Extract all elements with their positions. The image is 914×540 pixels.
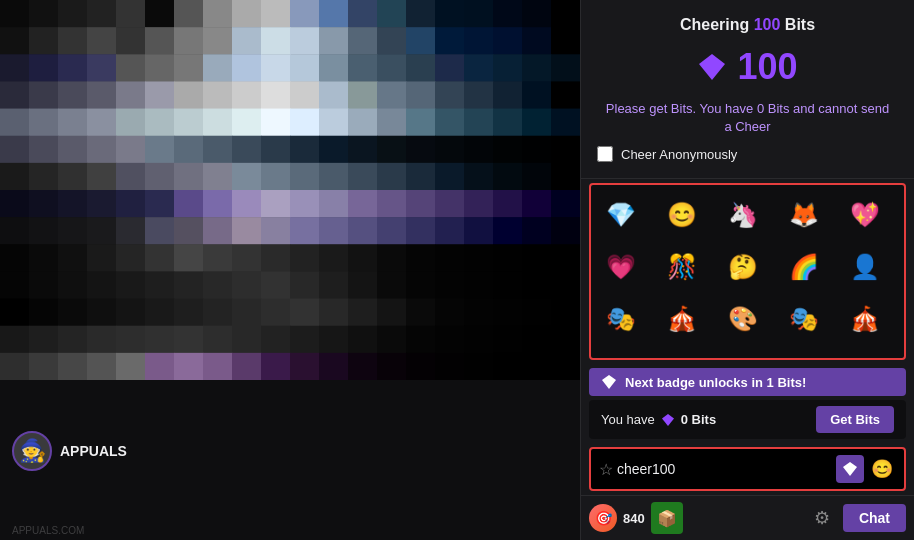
svg-rect-263 — [87, 353, 117, 380]
svg-rect-207 — [203, 271, 233, 299]
chat-input-row[interactable]: ☆ 😊 — [589, 447, 906, 491]
svg-rect-248 — [232, 326, 262, 354]
anonymous-label[interactable]: Cheer Anonymously — [621, 147, 737, 162]
svg-rect-131 — [319, 163, 349, 191]
svg-rect-169 — [261, 217, 291, 245]
svg-rect-173 — [377, 217, 407, 245]
svg-rect-26 — [174, 27, 204, 55]
bits-zero-amount: 0 Bits — [681, 412, 716, 427]
chat-input[interactable] — [617, 461, 832, 477]
svg-rect-8 — [232, 0, 262, 28]
channel-points-button[interactable]: 📦 — [651, 502, 683, 534]
svg-rect-19 — [551, 0, 580, 28]
svg-rect-116 — [464, 136, 494, 164]
emote-cell[interactable]: 🤔 — [719, 243, 767, 291]
svg-rect-149 — [261, 190, 291, 218]
svg-rect-256 — [464, 326, 494, 354]
svg-rect-202 — [58, 271, 88, 299]
svg-rect-161 — [29, 217, 59, 245]
anonymous-checkbox[interactable] — [597, 146, 613, 162]
svg-rect-159 — [551, 190, 580, 218]
svg-rect-241 — [29, 326, 59, 354]
svg-rect-64 — [116, 81, 146, 109]
svg-rect-65 — [145, 81, 175, 109]
anonymous-check[interactable]: Cheer Anonymously — [597, 146, 898, 162]
emoji-button[interactable]: 😊 — [868, 455, 896, 483]
svg-rect-269 — [261, 353, 291, 380]
svg-rect-148 — [232, 190, 262, 218]
emote-cell[interactable]: 🎊 — [658, 243, 706, 291]
emote-cell[interactable]: 🎪 — [658, 295, 706, 343]
svg-rect-102 — [58, 136, 88, 164]
svg-rect-189 — [261, 244, 291, 272]
svg-rect-12 — [348, 0, 378, 28]
svg-rect-136 — [464, 163, 494, 191]
svg-rect-218 — [522, 271, 552, 299]
svg-rect-3 — [87, 0, 117, 28]
svg-rect-155 — [435, 190, 465, 218]
svg-rect-76 — [464, 81, 494, 109]
svg-rect-246 — [174, 326, 204, 354]
emote-cell[interactable]: 💖 — [841, 191, 889, 239]
svg-rect-230 — [290, 299, 320, 327]
svg-rect-120 — [0, 163, 30, 191]
svg-rect-35 — [435, 27, 465, 55]
svg-rect-196 — [464, 244, 494, 272]
svg-rect-221 — [29, 299, 59, 327]
svg-rect-139 — [551, 163, 580, 191]
emote-cell[interactable]: 🦊 — [780, 191, 828, 239]
bits-badge-icon[interactable]: 🎯 — [589, 504, 617, 532]
svg-rect-53 — [377, 54, 407, 82]
emote-cell[interactable]: 🎭 — [597, 295, 645, 343]
svg-rect-90 — [290, 109, 320, 137]
svg-rect-1 — [29, 0, 59, 28]
svg-rect-238 — [522, 299, 552, 327]
svg-rect-175 — [435, 217, 465, 245]
bits-badge-emoji: 🎯 — [595, 510, 612, 526]
svg-rect-232 — [348, 299, 378, 327]
svg-rect-62 — [58, 81, 88, 109]
svg-rect-178 — [522, 217, 552, 245]
svg-rect-166 — [174, 217, 204, 245]
svg-rect-54 — [406, 54, 436, 82]
svg-rect-115 — [435, 136, 465, 164]
emote-cell[interactable]: 🎭 — [780, 295, 828, 343]
emote-cell[interactable]: 🎨 — [719, 295, 767, 343]
svg-rect-59 — [551, 54, 580, 82]
svg-rect-195 — [435, 244, 465, 272]
emote-cell[interactable]: 💎 — [597, 191, 645, 239]
emote-cell[interactable]: 💗 — [597, 243, 645, 291]
svg-rect-214 — [406, 271, 436, 299]
svg-rect-89 — [261, 109, 291, 137]
svg-rect-43 — [87, 54, 117, 82]
emote-cell[interactable]: 👤 — [841, 243, 889, 291]
svg-rect-20 — [0, 27, 30, 55]
emote-cell[interactable]: 🌈 — [780, 243, 828, 291]
svg-rect-11 — [319, 0, 349, 28]
emote-cell[interactable]: 🦄 — [719, 191, 767, 239]
cheer-diamond-button[interactable] — [836, 455, 864, 483]
chat-button[interactable]: Chat — [843, 504, 906, 532]
badge-diamond-icon — [601, 374, 617, 390]
svg-rect-239 — [551, 299, 580, 327]
svg-rect-38 — [522, 27, 552, 55]
badge-text: Next badge unlocks in 1 Bits! — [625, 375, 894, 390]
svg-rect-163 — [87, 217, 117, 245]
emote-cell[interactable]: 😊 — [658, 191, 706, 239]
svg-rect-209 — [261, 271, 291, 299]
svg-rect-63 — [87, 81, 117, 109]
emote-cell[interactable]: 🎪 — [841, 295, 889, 343]
svg-rect-9 — [261, 0, 291, 28]
svg-rect-188 — [232, 244, 262, 272]
settings-button[interactable]: ⚙ — [807, 503, 837, 533]
get-bits-button[interactable]: Get Bits — [816, 406, 894, 433]
svg-rect-5 — [145, 0, 175, 28]
svg-rect-231 — [319, 299, 349, 327]
svg-rect-268 — [232, 353, 262, 380]
cheering-title-suffix: Bits — [785, 16, 815, 33]
svg-rect-106 — [174, 136, 204, 164]
svg-rect-94 — [406, 109, 436, 137]
warning-text: Please get Bits. You have 0 Bits and can… — [597, 100, 898, 136]
svg-rect-185 — [145, 244, 175, 272]
svg-rect-91 — [319, 109, 349, 137]
